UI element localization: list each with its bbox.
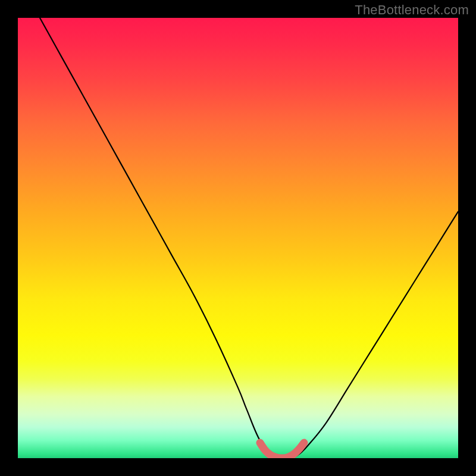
curve-layer <box>18 18 458 458</box>
watermark-text: TheBottleneck.com <box>355 2 469 18</box>
optimal-zone-marker <box>260 443 304 458</box>
chart-frame: TheBottleneck.com <box>0 0 476 476</box>
plot-area <box>18 18 458 458</box>
bottleneck-curve <box>40 18 458 458</box>
